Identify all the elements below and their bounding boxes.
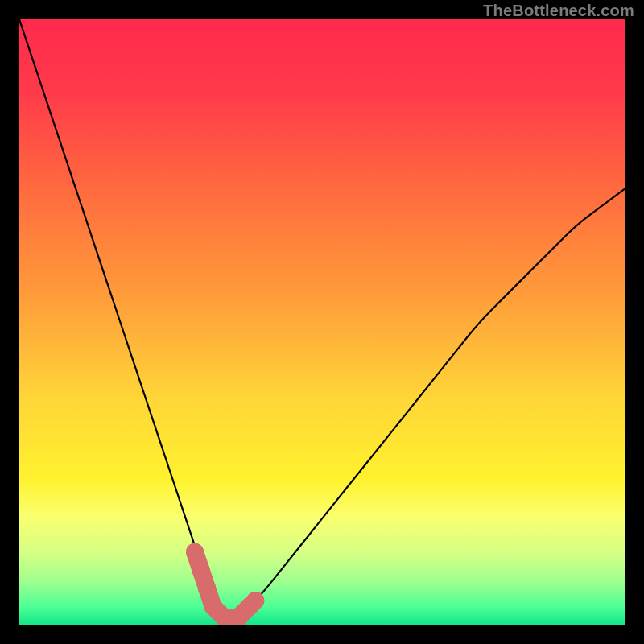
chart-frame: TheBottleneck.com (0, 0, 644, 644)
marker-dot (198, 580, 216, 597)
watermark-text: TheBottleneck.com (483, 2, 634, 20)
curve-layer (19, 19, 625, 625)
bottleneck-curve (19, 19, 625, 618)
marker-dot (186, 543, 204, 561)
plot-area (19, 19, 625, 625)
marker-dot (246, 592, 264, 609)
marker-dot (192, 561, 210, 579)
highlighted-markers (186, 543, 264, 625)
